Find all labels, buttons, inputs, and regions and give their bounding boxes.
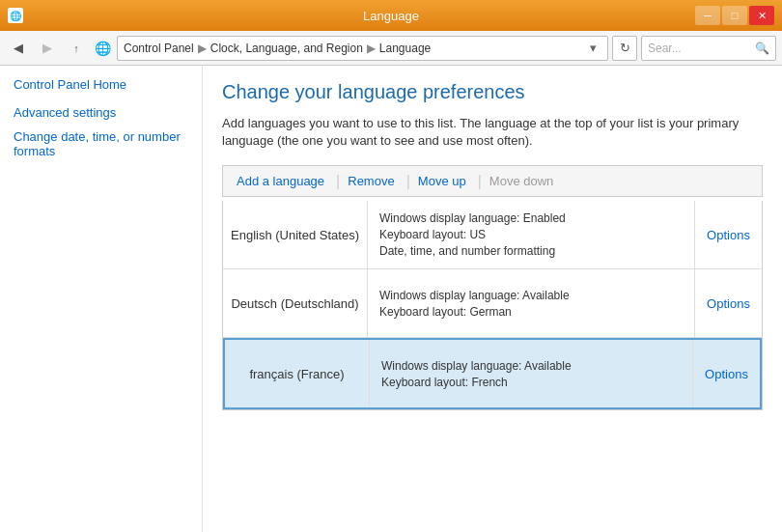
language-name-francais: français (France) (225, 340, 370, 407)
toolbar-sep-1: | (336, 173, 340, 190)
language-options-deutsch: Options (694, 269, 762, 337)
sidebar-item-advanced-settings[interactable]: Advanced settings (14, 105, 188, 120)
language-item-francais[interactable]: français (France) Windows display langua… (223, 338, 762, 409)
back-button[interactable]: ◀ (6, 37, 31, 60)
page-title: Change your language preferences (222, 81, 763, 103)
search-placeholder-text: Sear... (648, 42, 682, 55)
path-control-panel: Control Panel (124, 42, 194, 55)
options-link-francais[interactable]: Options (705, 367, 748, 381)
search-icon: 🔍 (755, 42, 769, 55)
path-dropdown-button[interactable]: ▾ (584, 40, 601, 57)
window-title: Language (363, 9, 419, 23)
address-bar: ◀ ▶ ↑ 🌐 Control Panel ▶ Clock, Language,… (0, 31, 782, 66)
toolbar-sep-3: | (478, 173, 482, 190)
toolbar-sep-2: | (406, 173, 410, 190)
app-icon: 🌐 (8, 8, 23, 23)
path-language: Language (379, 42, 431, 55)
maximize-button[interactable]: □ (722, 6, 747, 25)
options-link-english[interactable]: Options (707, 228, 750, 242)
search-box: Sear... 🔍 (641, 36, 776, 61)
page-description: Add languages you want to use to this li… (222, 115, 763, 150)
title-bar: 🌐 Language ─ □ ✕ (0, 0, 782, 31)
language-item-deutsch[interactable]: Deutsch (Deutschland) Windows display la… (223, 269, 762, 338)
refresh-button[interactable]: ↻ (612, 36, 637, 61)
forward-button[interactable]: ▶ (35, 37, 60, 60)
content-area: Change your language preferences Add lan… (203, 66, 782, 532)
move-down-button[interactable]: Move down (484, 170, 563, 192)
language-details-english: Windows display language: Enabled Keyboa… (368, 201, 694, 268)
sidebar-item-control-panel-home[interactable]: Control Panel Home (14, 77, 188, 92)
address-path[interactable]: Control Panel ▶ Clock, Language, and Reg… (117, 36, 608, 61)
language-details-deutsch: Windows display language: Available Keyb… (368, 269, 694, 337)
main-area: Control Panel Home Advanced settings Cha… (0, 66, 782, 532)
path-sep-2: ▶ (367, 42, 376, 55)
language-details-francais: Windows display language: Available Keyb… (370, 340, 692, 407)
language-name-english: English (United States) (223, 201, 368, 268)
minimize-button[interactable]: ─ (695, 6, 720, 25)
path-icon: 🌐 (95, 41, 111, 56)
language-name-deutsch: Deutsch (Deutschland) (223, 269, 368, 337)
path-sep-1: ▶ (198, 42, 207, 55)
options-link-deutsch[interactable]: Options (707, 296, 750, 311)
remove-button[interactable]: Remove (342, 170, 404, 192)
path-clock-language: Clock, Language, and Region (210, 42, 363, 55)
close-button[interactable]: ✕ (749, 6, 774, 25)
window-controls: ─ □ ✕ (695, 6, 774, 25)
sidebar: Control Panel Home Advanced settings Cha… (0, 66, 203, 532)
sidebar-item-change-date-time[interactable]: Change date, time, or number formats (14, 129, 188, 158)
language-options-english: Options (694, 201, 762, 268)
language-list: English (United States) Windows display … (222, 201, 763, 410)
language-toolbar: Add a language | Remove | Move up | Move… (222, 165, 763, 197)
language-options-francais: Options (692, 340, 760, 407)
language-item-english[interactable]: English (United States) Windows display … (223, 201, 762, 269)
move-up-button[interactable]: Move up (412, 170, 476, 192)
up-button[interactable]: ↑ (64, 37, 89, 60)
add-language-button[interactable]: Add a language (231, 170, 334, 192)
title-bar-left: 🌐 (8, 8, 23, 23)
